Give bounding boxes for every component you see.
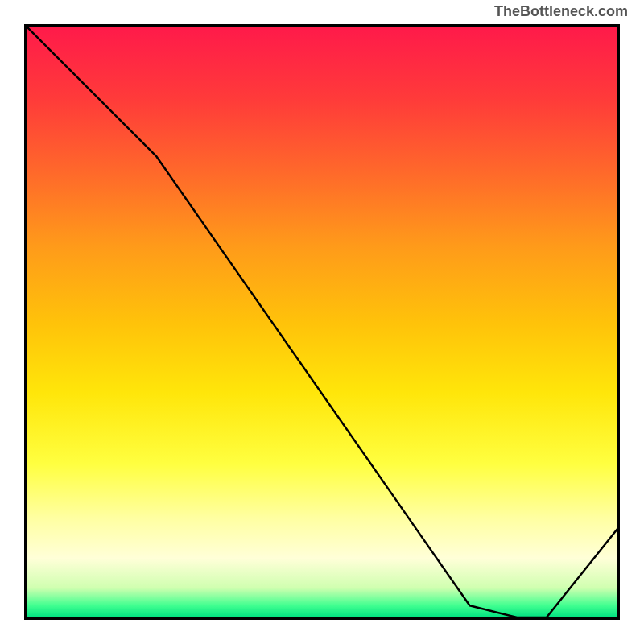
chart-line-layer bbox=[27, 27, 617, 617]
chart-container: TheBottleneck.com bbox=[0, 0, 644, 644]
attribution-text: TheBottleneck.com bbox=[494, 3, 628, 20]
plot-area bbox=[24, 24, 620, 620]
data-series-line bbox=[27, 27, 617, 617]
